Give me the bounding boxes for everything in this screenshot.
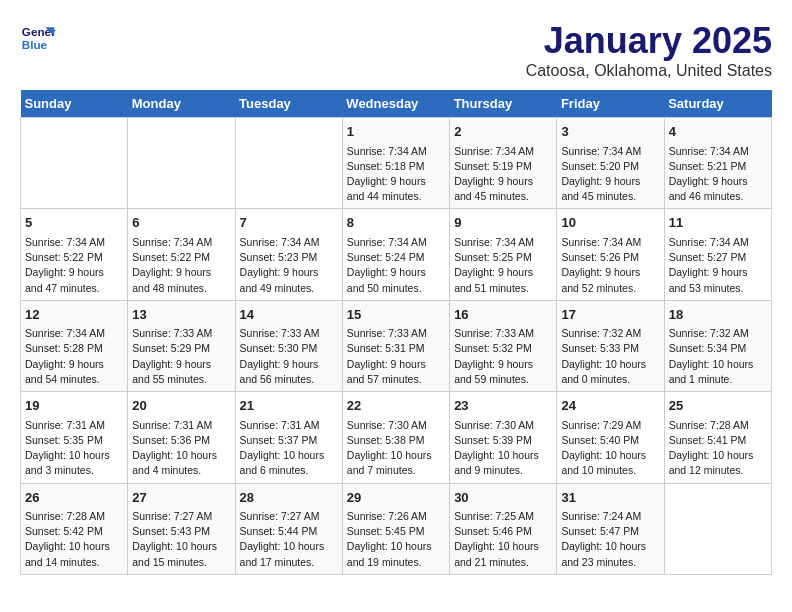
- calendar-cell: 7Sunrise: 7:34 AMSunset: 5:23 PMDaylight…: [235, 209, 342, 300]
- day-number: 17: [561, 305, 659, 325]
- day-info: Sunrise: 7:34 AMSunset: 5:23 PMDaylight:…: [240, 235, 338, 296]
- calendar-cell: 30Sunrise: 7:25 AMSunset: 5:46 PMDayligh…: [450, 483, 557, 574]
- day-header-monday: Monday: [128, 90, 235, 118]
- calendar-cell: 3Sunrise: 7:34 AMSunset: 5:20 PMDaylight…: [557, 118, 664, 209]
- day-info: Sunrise: 7:32 AMSunset: 5:34 PMDaylight:…: [669, 326, 767, 387]
- day-number: 7: [240, 213, 338, 233]
- day-number: 22: [347, 396, 445, 416]
- day-info: Sunrise: 7:34 AMSunset: 5:21 PMDaylight:…: [669, 144, 767, 205]
- calendar-cell: 15Sunrise: 7:33 AMSunset: 5:31 PMDayligh…: [342, 300, 449, 391]
- day-info: Sunrise: 7:28 AMSunset: 5:42 PMDaylight:…: [25, 509, 123, 570]
- day-number: 5: [25, 213, 123, 233]
- calendar-cell: 9Sunrise: 7:34 AMSunset: 5:25 PMDaylight…: [450, 209, 557, 300]
- day-info: Sunrise: 7:34 AMSunset: 5:18 PMDaylight:…: [347, 144, 445, 205]
- calendar-cell: 4Sunrise: 7:34 AMSunset: 5:21 PMDaylight…: [664, 118, 771, 209]
- day-number: 30: [454, 488, 552, 508]
- calendar-cell: 18Sunrise: 7:32 AMSunset: 5:34 PMDayligh…: [664, 300, 771, 391]
- day-info: Sunrise: 7:26 AMSunset: 5:45 PMDaylight:…: [347, 509, 445, 570]
- day-number: 2: [454, 122, 552, 142]
- calendar-cell: 10Sunrise: 7:34 AMSunset: 5:26 PMDayligh…: [557, 209, 664, 300]
- calendar-cell: [235, 118, 342, 209]
- day-info: Sunrise: 7:34 AMSunset: 5:24 PMDaylight:…: [347, 235, 445, 296]
- day-info: Sunrise: 7:34 AMSunset: 5:27 PMDaylight:…: [669, 235, 767, 296]
- day-number: 4: [669, 122, 767, 142]
- day-info: Sunrise: 7:34 AMSunset: 5:28 PMDaylight:…: [25, 326, 123, 387]
- day-number: 1: [347, 122, 445, 142]
- day-info: Sunrise: 7:24 AMSunset: 5:47 PMDaylight:…: [561, 509, 659, 570]
- day-info: Sunrise: 7:33 AMSunset: 5:30 PMDaylight:…: [240, 326, 338, 387]
- logo-icon: General Blue: [20, 20, 56, 56]
- day-header-tuesday: Tuesday: [235, 90, 342, 118]
- day-info: Sunrise: 7:31 AMSunset: 5:36 PMDaylight:…: [132, 418, 230, 479]
- day-number: 27: [132, 488, 230, 508]
- calendar-week-row: 1Sunrise: 7:34 AMSunset: 5:18 PMDaylight…: [21, 118, 772, 209]
- day-header-friday: Friday: [557, 90, 664, 118]
- calendar-cell: 8Sunrise: 7:34 AMSunset: 5:24 PMDaylight…: [342, 209, 449, 300]
- calendar-cell: 19Sunrise: 7:31 AMSunset: 5:35 PMDayligh…: [21, 392, 128, 483]
- calendar-cell: 22Sunrise: 7:30 AMSunset: 5:38 PMDayligh…: [342, 392, 449, 483]
- day-header-wednesday: Wednesday: [342, 90, 449, 118]
- calendar-cell: 24Sunrise: 7:29 AMSunset: 5:40 PMDayligh…: [557, 392, 664, 483]
- calendar-cell: 11Sunrise: 7:34 AMSunset: 5:27 PMDayligh…: [664, 209, 771, 300]
- day-info: Sunrise: 7:34 AMSunset: 5:25 PMDaylight:…: [454, 235, 552, 296]
- day-info: Sunrise: 7:34 AMSunset: 5:26 PMDaylight:…: [561, 235, 659, 296]
- day-number: 14: [240, 305, 338, 325]
- calendar-header-row: SundayMondayTuesdayWednesdayThursdayFrid…: [21, 90, 772, 118]
- calendar-table: SundayMondayTuesdayWednesdayThursdayFrid…: [20, 90, 772, 575]
- day-number: 23: [454, 396, 552, 416]
- calendar-cell: 29Sunrise: 7:26 AMSunset: 5:45 PMDayligh…: [342, 483, 449, 574]
- day-info: Sunrise: 7:32 AMSunset: 5:33 PMDaylight:…: [561, 326, 659, 387]
- day-number: 11: [669, 213, 767, 233]
- day-info: Sunrise: 7:31 AMSunset: 5:35 PMDaylight:…: [25, 418, 123, 479]
- page-header: General Blue January 2025 Catoosa, Oklah…: [20, 20, 772, 80]
- day-number: 8: [347, 213, 445, 233]
- day-number: 25: [669, 396, 767, 416]
- day-info: Sunrise: 7:30 AMSunset: 5:39 PMDaylight:…: [454, 418, 552, 479]
- day-info: Sunrise: 7:27 AMSunset: 5:44 PMDaylight:…: [240, 509, 338, 570]
- day-number: 9: [454, 213, 552, 233]
- day-number: 6: [132, 213, 230, 233]
- calendar-cell: 28Sunrise: 7:27 AMSunset: 5:44 PMDayligh…: [235, 483, 342, 574]
- day-info: Sunrise: 7:33 AMSunset: 5:32 PMDaylight:…: [454, 326, 552, 387]
- calendar-cell: 27Sunrise: 7:27 AMSunset: 5:43 PMDayligh…: [128, 483, 235, 574]
- calendar-cell: 6Sunrise: 7:34 AMSunset: 5:22 PMDaylight…: [128, 209, 235, 300]
- day-info: Sunrise: 7:30 AMSunset: 5:38 PMDaylight:…: [347, 418, 445, 479]
- day-number: 24: [561, 396, 659, 416]
- calendar-cell: 16Sunrise: 7:33 AMSunset: 5:32 PMDayligh…: [450, 300, 557, 391]
- calendar-cell: 26Sunrise: 7:28 AMSunset: 5:42 PMDayligh…: [21, 483, 128, 574]
- day-number: 12: [25, 305, 123, 325]
- day-info: Sunrise: 7:25 AMSunset: 5:46 PMDaylight:…: [454, 509, 552, 570]
- day-number: 28: [240, 488, 338, 508]
- calendar-cell: 5Sunrise: 7:34 AMSunset: 5:22 PMDaylight…: [21, 209, 128, 300]
- day-number: 13: [132, 305, 230, 325]
- day-info: Sunrise: 7:34 AMSunset: 5:19 PMDaylight:…: [454, 144, 552, 205]
- day-number: 31: [561, 488, 659, 508]
- day-header-saturday: Saturday: [664, 90, 771, 118]
- calendar-cell: 25Sunrise: 7:28 AMSunset: 5:41 PMDayligh…: [664, 392, 771, 483]
- day-info: Sunrise: 7:31 AMSunset: 5:37 PMDaylight:…: [240, 418, 338, 479]
- day-number: 19: [25, 396, 123, 416]
- calendar-cell: [128, 118, 235, 209]
- calendar-cell: 23Sunrise: 7:30 AMSunset: 5:39 PMDayligh…: [450, 392, 557, 483]
- day-info: Sunrise: 7:33 AMSunset: 5:31 PMDaylight:…: [347, 326, 445, 387]
- svg-text:Blue: Blue: [22, 38, 48, 51]
- day-info: Sunrise: 7:34 AMSunset: 5:22 PMDaylight:…: [25, 235, 123, 296]
- calendar-week-row: 19Sunrise: 7:31 AMSunset: 5:35 PMDayligh…: [21, 392, 772, 483]
- day-info: Sunrise: 7:34 AMSunset: 5:22 PMDaylight:…: [132, 235, 230, 296]
- day-number: 15: [347, 305, 445, 325]
- calendar-cell: 17Sunrise: 7:32 AMSunset: 5:33 PMDayligh…: [557, 300, 664, 391]
- calendar-cell: 13Sunrise: 7:33 AMSunset: 5:29 PMDayligh…: [128, 300, 235, 391]
- calendar-cell: 14Sunrise: 7:33 AMSunset: 5:30 PMDayligh…: [235, 300, 342, 391]
- day-number: 20: [132, 396, 230, 416]
- day-header-thursday: Thursday: [450, 90, 557, 118]
- calendar-cell: 1Sunrise: 7:34 AMSunset: 5:18 PMDaylight…: [342, 118, 449, 209]
- day-number: 10: [561, 213, 659, 233]
- calendar-cell: 2Sunrise: 7:34 AMSunset: 5:19 PMDaylight…: [450, 118, 557, 209]
- day-number: 3: [561, 122, 659, 142]
- day-info: Sunrise: 7:28 AMSunset: 5:41 PMDaylight:…: [669, 418, 767, 479]
- calendar-week-row: 12Sunrise: 7:34 AMSunset: 5:28 PMDayligh…: [21, 300, 772, 391]
- logo: General Blue: [20, 20, 56, 56]
- day-number: 29: [347, 488, 445, 508]
- subtitle: Catoosa, Oklahoma, United States: [526, 62, 772, 80]
- day-info: Sunrise: 7:27 AMSunset: 5:43 PMDaylight:…: [132, 509, 230, 570]
